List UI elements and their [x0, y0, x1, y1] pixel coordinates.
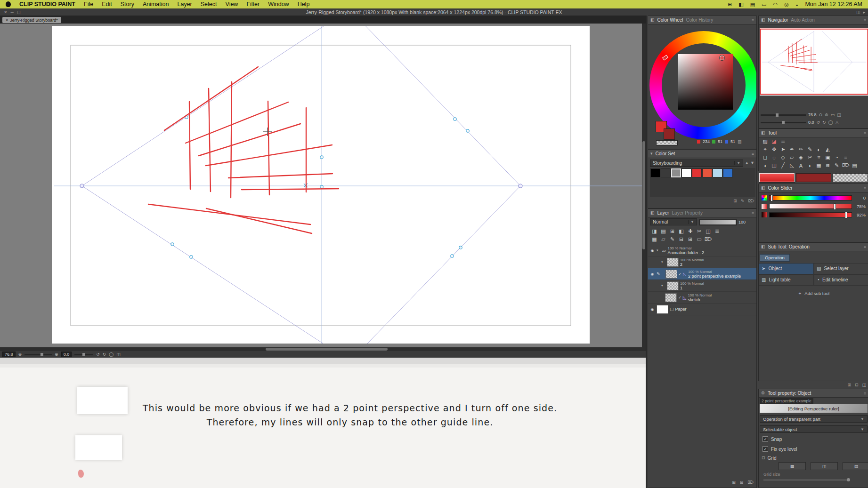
- flatten-icon[interactable]: ▭: [695, 235, 704, 243]
- menu-item-window[interactable]: Window: [268, 1, 289, 8]
- tool-icon-pen[interactable]: ✒: [787, 145, 796, 153]
- navigator-zoom-slider[interactable]: [761, 114, 806, 116]
- panel-menu-icon[interactable]: ≡: [752, 18, 754, 23]
- rotation-value[interactable]: 0.0: [61, 352, 72, 357]
- fit-screen-icon[interactable]: ◫: [116, 352, 121, 357]
- menu-item-edit[interactable]: Edit: [102, 1, 112, 8]
- panel-icon[interactable]: ◧: [761, 245, 765, 249]
- tab-layer[interactable]: Layer: [657, 210, 669, 216]
- set-up-icon[interactable]: ▲: [745, 161, 749, 165]
- panel-icon[interactable]: ◧: [650, 211, 655, 215]
- tab-layer-property[interactable]: Layer Property: [672, 210, 703, 216]
- ruler-layer-icon[interactable]: ◫: [704, 227, 713, 235]
- panel-menu-icon[interactable]: ≡: [752, 152, 754, 156]
- expand-arrow-icon[interactable]: ▾: [657, 248, 661, 252]
- color-swatch[interactable]: [713, 168, 722, 177]
- color-swatch[interactable]: [692, 168, 702, 177]
- panel-menu-icon[interactable]: ≡: [864, 186, 866, 191]
- rotate-cw-icon[interactable]: ↻: [103, 352, 106, 357]
- tool-icon-pencil[interactable]: ✏: [796, 145, 805, 153]
- tool-icon-frame-border[interactable]: ◫: [770, 161, 779, 169]
- tool-icon-ruler[interactable]: ◺: [787, 161, 796, 169]
- expand-arrow-icon[interactable]: ▾: [661, 284, 665, 288]
- battery-icon[interactable]: ▭: [762, 1, 766, 8]
- merge-down-icon[interactable]: ⊟: [677, 235, 686, 243]
- saturation-value-square[interactable]: [678, 54, 733, 110]
- ruler-snap-check-icon[interactable]: ✓: [679, 272, 682, 276]
- layer-thumbnail[interactable]: [657, 305, 668, 314]
- color-swatch[interactable]: [650, 168, 660, 177]
- tool-icon-decoration[interactable]: ◭: [823, 145, 832, 153]
- fix-eye-level-checkbox-row[interactable]: ✓ Fix eye level: [763, 446, 797, 452]
- navigator-rotate-slider[interactable]: [761, 122, 806, 123]
- chevron-down-icon[interactable]: ▼: [734, 161, 740, 165]
- opacity-slider[interactable]: [699, 219, 737, 225]
- tool-icon-delete[interactable]: ⌦: [841, 161, 850, 169]
- transparent-color-icon[interactable]: ▨: [761, 137, 770, 145]
- layer-menu-icon[interactable]: ≣: [713, 227, 722, 235]
- menu-item-layer[interactable]: Layer: [177, 1, 192, 8]
- panel-menu-icon[interactable]: ≡: [864, 131, 866, 136]
- color-swatch-selected[interactable]: [671, 168, 681, 177]
- display-icon[interactable]: ◧: [738, 1, 743, 8]
- collapse-icon[interactable]: ▾: [650, 152, 653, 156]
- chevron-down-icon[interactable]: ▼: [688, 220, 694, 224]
- vertical-scrollbar[interactable]: [642, 24, 646, 347]
- delete-swatch-icon[interactable]: ⌦: [748, 199, 754, 203]
- tool-icon-airbrush[interactable]: ◐: [814, 145, 823, 153]
- sv-picker-marker[interactable]: [720, 56, 724, 60]
- tool-icon-line[interactable]: ╱: [779, 161, 787, 169]
- rotate-ccw-icon[interactable]: ↺: [96, 352, 100, 357]
- zoom-value[interactable]: 76.8: [2, 352, 16, 357]
- saturation-slider[interactable]: [769, 204, 852, 209]
- subtool-item-select-layer[interactable]: ▧ Select layer: [814, 263, 868, 274]
- main-color-icon[interactable]: ◪: [770, 137, 779, 145]
- tab-navigator[interactable]: Navigator: [768, 17, 788, 23]
- eye-icon[interactable]: ◉: [649, 272, 655, 276]
- tool-icon-move[interactable]: ✥: [770, 145, 779, 153]
- wifi-icon[interactable]: ◠: [773, 1, 778, 8]
- tool-icon-selection[interactable]: ◈: [796, 153, 805, 161]
- layer-row-animation-folder[interactable]: ◉ ▾ ▱ 100 % Normal Animation folder : 2: [648, 245, 756, 256]
- lock-layer-icon[interactable]: ◧: [677, 227, 686, 235]
- fix-eye-level-checkbox[interactable]: ✓: [763, 446, 768, 452]
- rotate-ccw-icon[interactable]: ↺: [817, 120, 820, 125]
- tool-icon-figure[interactable]: ◖: [761, 161, 770, 169]
- snap-checkbox[interactable]: ✓: [763, 436, 768, 442]
- new-raster-layer-icon[interactable]: ▦: [650, 235, 659, 243]
- panel-icon[interactable]: ◧: [761, 186, 765, 190]
- transparent-part-dropdown[interactable]: Operation of transparent part ▼: [760, 415, 868, 423]
- fit-icon[interactable]: ▭: [831, 113, 835, 117]
- transparent-color-swatch[interactable]: [656, 140, 678, 145]
- eye-icon[interactable]: ◉: [649, 248, 655, 253]
- layer-thumbnail[interactable]: [665, 293, 677, 302]
- transparent-color-bar[interactable]: [833, 173, 868, 182]
- subtool-item-object[interactable]: ➤ Object: [759, 263, 814, 274]
- add-sub-tool-button[interactable]: ＋ Add sub tool: [759, 289, 868, 298]
- menubar-clock[interactable]: Mon Jan 12 12:26 AM: [805, 1, 862, 8]
- color-swatch[interactable]: [681, 168, 691, 177]
- layer-row-perspective-selected[interactable]: ◉ ✎ ✓ ◺ 100 % Normal 2 point perspective…: [648, 268, 756, 280]
- dock-layout-icon[interactable]: ◫: [862, 383, 866, 387]
- tab-color-history[interactable]: Color History: [686, 17, 714, 23]
- layer-row-paper[interactable]: ◉ ▢ Paper: [648, 304, 756, 315]
- tool-icon-eyedropper[interactable]: ⌗: [814, 153, 823, 161]
- color-swatch[interactable]: [661, 168, 671, 177]
- tab-auto-action[interactable]: Auto Action: [791, 17, 815, 23]
- main-color-bar[interactable]: [759, 173, 795, 182]
- layer-thumbnail[interactable]: [665, 270, 677, 279]
- color-set-select[interactable]: Storyboarding ▼: [650, 160, 743, 167]
- grid-xz-button[interactable]: ▦: [779, 462, 806, 470]
- menu-item-story[interactable]: Story: [121, 1, 134, 8]
- new-folder-icon[interactable]: ✎: [668, 235, 677, 243]
- zoom-out-icon[interactable]: ⊖: [819, 113, 823, 117]
- layer-row-2[interactable]: ▾ 100 % Normal 2: [648, 256, 756, 268]
- tool-icon-brush[interactable]: ✎: [805, 145, 814, 153]
- document-tab[interactable]: × Jerry-Rigged Storyboard*: [2, 17, 61, 23]
- tool-icon-grid[interactable]: ▦: [814, 161, 823, 169]
- mask-icon[interactable]: ✂: [695, 227, 704, 235]
- panel-menu-icon[interactable]: ≡: [864, 391, 866, 396]
- value-slider[interactable]: [769, 212, 852, 217]
- transfer-icon[interactable]: ⊞: [686, 235, 695, 243]
- canvas-viewport[interactable]: [0, 24, 646, 347]
